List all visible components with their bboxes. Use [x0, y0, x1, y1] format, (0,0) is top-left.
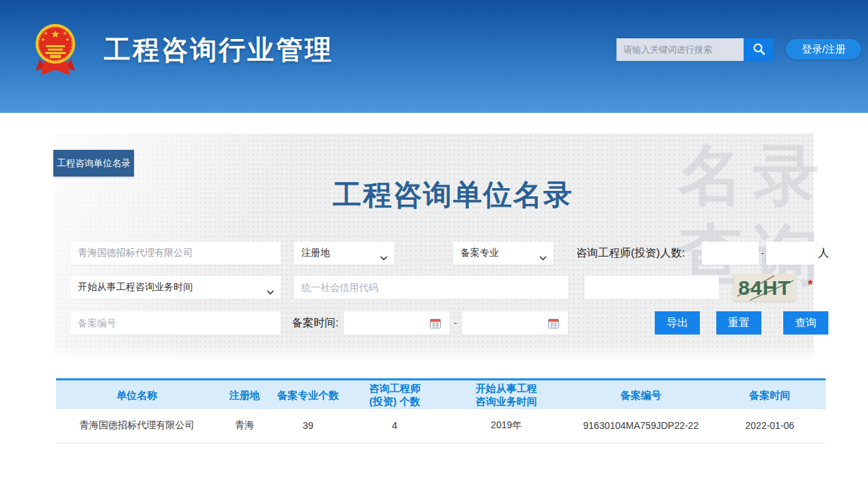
cell-start-time: 2019年 [445, 409, 568, 443]
reset-button[interactable]: 重置 [716, 311, 761, 335]
record-time-range-dash: - [454, 311, 457, 335]
captcha-input[interactable] [584, 276, 719, 299]
login-register-button[interactable]: 登录/注册 [786, 39, 861, 60]
col-header-unit-name: 单位名称 [56, 380, 217, 409]
tab-unit-directory[interactable]: 工程咨询单位名录 [53, 150, 134, 177]
record-specialty-select-value: 备案专业 [461, 247, 499, 259]
svg-text:★: ★ [44, 31, 48, 36]
engineer-count-max-input[interactable] [766, 242, 815, 265]
registration-place-select-value: 注册地 [301, 247, 330, 259]
captcha-required-asterisk: * [808, 278, 813, 292]
col-header-record-number: 备案编号 [568, 380, 714, 409]
chevron-down-icon [539, 252, 547, 263]
site-header: ★ ★ ★ ★ ★ 工程咨询行业管理 [0, 0, 868, 113]
record-time-end-date-input[interactable] [462, 311, 568, 335]
calendar-icon [548, 318, 559, 330]
results-table-section: 单位名称 注册地 备案专业个数 咨询工程师 (投资) 个数 开始从事工程 咨询业… [56, 378, 826, 443]
record-time-label: 备案时间: [292, 311, 338, 335]
start-time-select-value: 开始从事工程咨询业务时间 [78, 281, 193, 293]
captcha-image[interactable]: 84HT [733, 274, 796, 301]
chevron-down-icon [380, 252, 388, 263]
engineer-count-range-dash: - [761, 242, 764, 265]
header-search-input[interactable] [616, 38, 744, 61]
search-icon [752, 42, 765, 57]
engineer-count-min-input[interactable] [702, 242, 759, 265]
header-search [616, 38, 774, 61]
export-button[interactable]: 导出 [655, 311, 700, 335]
svg-text:★: ★ [41, 37, 45, 42]
background-watermark: 名录 查询 [678, 135, 828, 295]
record-specialty-select[interactable]: 备案专业 [453, 242, 554, 265]
start-time-select[interactable]: 开始从事工程咨询业务时间 [70, 276, 281, 299]
cell-unit-name: 青海国德招标代理有限公司 [56, 409, 217, 443]
table-row: 青海国德招标代理有限公司 青海 39 4 2019年 91630104MA759… [56, 409, 826, 443]
cell-record-number: 91630104MA759JDP22-22 [568, 409, 714, 443]
col-header-record-time: 备案时间 [714, 380, 826, 409]
page: ★ ★ ★ ★ ★ 工程咨询行业管理 [0, 0, 868, 496]
query-button[interactable]: 查询 [783, 311, 828, 335]
col-header-start-time: 开始从事工程 咨询业务时间 [445, 380, 568, 409]
cell-engineer-count: 4 [344, 409, 444, 443]
captcha-text: 84HT [738, 276, 791, 299]
svg-text:★: ★ [51, 28, 59, 40]
cell-specialty-count: 39 [271, 409, 344, 443]
table-header-row: 单位名称 注册地 备案专业个数 咨询工程师 (投资) 个数 开始从事工程 咨询业… [56, 380, 826, 409]
record-time-start-date-input[interactable] [344, 311, 450, 335]
col-header-engineer-count: 咨询工程师 (投资) 个数 [344, 380, 444, 409]
calendar-icon [430, 318, 441, 330]
cell-record-time: 2022-01-06 [714, 409, 826, 443]
record-number-input[interactable] [70, 311, 281, 335]
svg-text:★: ★ [66, 37, 70, 42]
svg-text:★: ★ [63, 31, 67, 36]
registration-place-select[interactable]: 注册地 [294, 242, 394, 265]
engineer-count-label: 咨询工程师(投资)人数: [576, 242, 685, 265]
cell-registration-place: 青海 [217, 409, 271, 443]
header-search-button[interactable] [744, 38, 774, 61]
directory-panel: 名录 查询 工程咨询单位名录 工程咨询单位名录 注册地 备案专业 咨询工程师(投… [55, 133, 813, 361]
page-title: 工程咨询单位名录 [55, 176, 813, 214]
col-header-registration-place: 注册地 [217, 380, 271, 409]
person-unit-label: 人 [818, 242, 829, 265]
chevron-down-icon [267, 286, 274, 297]
company-name-input[interactable] [70, 242, 281, 265]
results-table: 单位名称 注册地 备案专业个数 咨询工程师 (投资) 个数 开始从事工程 咨询业… [56, 380, 826, 443]
credit-code-input[interactable] [294, 276, 569, 299]
site-title: 工程咨询行业管理 [104, 31, 334, 68]
col-header-specialty-count: 备案专业个数 [271, 380, 344, 409]
national-emblem-icon: ★ ★ ★ ★ ★ [34, 21, 77, 77]
